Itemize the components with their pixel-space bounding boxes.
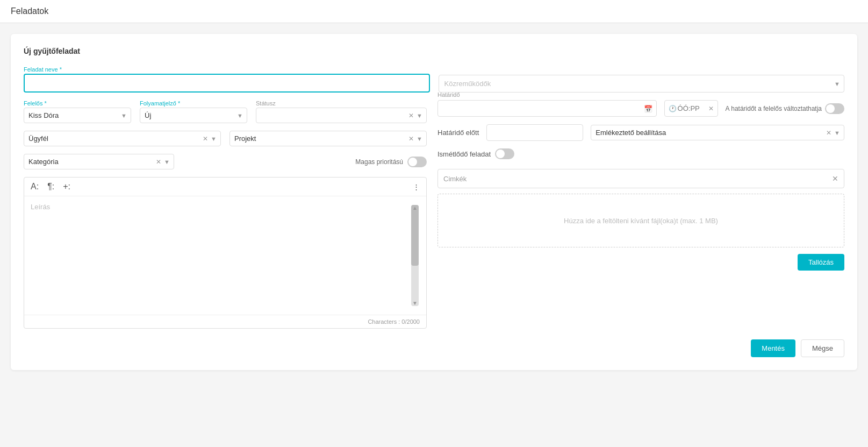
card-title: Új gyűjtőfeladat	[24, 47, 844, 55]
deadline-input[interactable]	[437, 100, 657, 117]
category-select[interactable]: Kategória	[24, 154, 174, 169]
reminder-select[interactable]: Emlékeztető beállítása	[591, 125, 844, 140]
time-clear-icon[interactable]: ✕	[708, 105, 714, 112]
project-clear-icon[interactable]: ✕	[408, 135, 414, 143]
upload-area[interactable]: Húzza ide a feltölteni kívánt fájl(oka)t…	[437, 194, 844, 247]
add-icon[interactable]: +:	[63, 182, 70, 191]
tags-clear-icon[interactable]: ✕	[832, 174, 838, 183]
deadline-label: Határidő	[437, 91, 460, 98]
high-priority-toggle[interactable]	[407, 157, 427, 167]
tags-section: Cimkék ✕	[437, 169, 844, 188]
cancel-button[interactable]: Mégse	[801, 339, 844, 357]
task-name-label: Feladat neve *	[24, 66, 430, 73]
recurring-label: Ismétlődő feladat	[437, 150, 491, 158]
client-select[interactable]: Ügyfél	[24, 131, 221, 146]
action-row: Mentés Mégse	[24, 339, 844, 357]
category-clear-icon[interactable]: ✕	[156, 158, 161, 166]
before-deadline-input[interactable]	[486, 124, 583, 141]
status-clear-icon[interactable]: ✕	[408, 112, 414, 119]
status-label: Státusz	[256, 100, 427, 107]
editor-toolbar: A: ¶: +: ⋮	[24, 178, 426, 196]
page-header: Feladatok	[0, 0, 868, 23]
more-options-icon[interactable]: ⋮	[413, 183, 420, 191]
editor-placeholder: Leírás	[31, 203, 410, 211]
status-select[interactable]	[256, 108, 427, 123]
reminder-clear-icon[interactable]: ✕	[826, 129, 831, 137]
collaborators-select[interactable]: Közreműködők	[439, 75, 845, 93]
recurring-row: Ismétlődő feladat	[437, 148, 844, 159]
font-icon[interactable]: A:	[31, 182, 39, 191]
responsible-select[interactable]: Kiss Dóra	[24, 108, 131, 123]
upload-text: Húzza ide a feltölteni kívánt fájl(oka)t…	[564, 217, 718, 225]
recurring-toggle[interactable]	[495, 148, 514, 159]
save-button[interactable]: Mentés	[751, 339, 795, 357]
clock-icon: 🕐	[669, 105, 677, 112]
responsible-label: Felelős *	[24, 100, 131, 107]
high-priority-label: Magas prioritású	[355, 158, 403, 166]
page-title: Feladatok	[11, 6, 48, 16]
editor-container: A: ¶: +: ⋮ Leírás ▼	[24, 177, 427, 329]
process-select[interactable]: Új	[140, 108, 247, 123]
project-select[interactable]: Projekt	[229, 131, 427, 146]
characters-counter: Characters : 0/2000	[24, 315, 426, 328]
calendar-icon[interactable]: 📅	[644, 104, 652, 112]
task-name-input[interactable]	[24, 74, 430, 93]
tags-label: Cimkék	[443, 175, 467, 183]
deadline-toggle[interactable]	[825, 103, 844, 114]
process-label: Folyamatjelző *	[140, 100, 247, 107]
browse-button[interactable]: Tallózás	[798, 254, 844, 271]
toggle-deadline-label: A határidőt a felelős változtathatja	[726, 105, 822, 112]
paragraph-icon[interactable]: ¶:	[47, 182, 54, 191]
client-clear-icon[interactable]: ✕	[203, 135, 208, 143]
before-deadline-label: Határidő előtt	[437, 129, 479, 137]
